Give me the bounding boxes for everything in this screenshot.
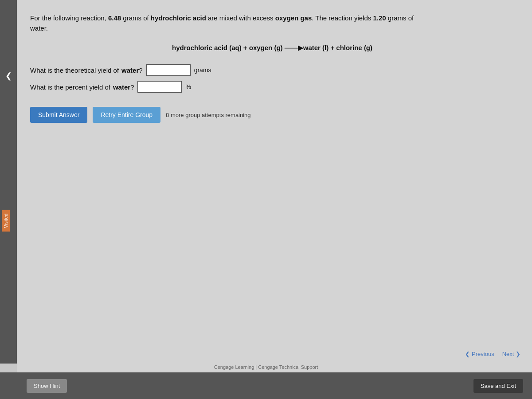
problem-water: water. bbox=[30, 24, 48, 32]
visited-badge: Visited bbox=[2, 210, 10, 232]
footer-links: Cengage Learning | Cengage Technical Sup… bbox=[214, 364, 318, 370]
questions-block: What is the theoretical yield of water ?… bbox=[30, 64, 514, 93]
q2-unit: % bbox=[185, 83, 191, 90]
problem-yield-amount: 1.20 bbox=[373, 14, 386, 22]
problem-intro: For the following reaction, bbox=[30, 14, 108, 22]
q2-bold: water bbox=[113, 83, 130, 91]
q1-unit: grams bbox=[194, 66, 211, 74]
left-sidebar: ❮ bbox=[0, 0, 17, 364]
problem-statement: For the following reaction, 6.48 grams o… bbox=[30, 13, 429, 33]
show-hint-button[interactable]: Show Hint bbox=[27, 379, 67, 393]
main-content: For the following reaction, 6.48 grams o… bbox=[17, 0, 532, 372]
attempts-remaining-text: 8 more group attempts remaining bbox=[166, 112, 250, 118]
problem-reactant1: hydrochloric acid bbox=[151, 14, 206, 22]
q1-suffix: ? bbox=[139, 66, 142, 74]
percent-yield-input[interactable] bbox=[137, 81, 182, 93]
question-2-row: What is the percent yield of water ? % bbox=[30, 81, 514, 93]
problem-amount: 6.48 bbox=[108, 14, 121, 22]
q2-label: What is the percent yield of bbox=[30, 83, 110, 91]
problem-reactant2: oxygen gas bbox=[275, 14, 312, 22]
collapse-chevron[interactable]: ❮ bbox=[5, 71, 12, 81]
chemical-equation: hydrochloric acid (aq) + oxygen (g) ——▶w… bbox=[30, 44, 514, 52]
save-and-exit-button[interactable]: Save and Exit bbox=[473, 379, 523, 393]
question-1-row: What is the theoretical yield of water ?… bbox=[30, 64, 514, 76]
previous-button[interactable]: Previous bbox=[462, 349, 497, 359]
next-button[interactable]: Next bbox=[500, 349, 523, 359]
q1-bold: water bbox=[121, 66, 139, 74]
equation-text: hydrochloric acid (aq) + oxygen (g) ——▶w… bbox=[172, 44, 372, 51]
theoretical-yield-input[interactable] bbox=[146, 64, 191, 76]
prev-next-nav: Previous Next bbox=[462, 349, 523, 359]
q2-suffix: ? bbox=[130, 83, 134, 91]
q1-label: What is the theoretical yield of bbox=[30, 66, 119, 74]
retry-entire-group-button[interactable]: Retry Entire Group bbox=[93, 107, 160, 123]
submit-answer-button[interactable]: Submit Answer bbox=[30, 107, 87, 123]
action-buttons-row: Submit Answer Retry Entire Group 8 more … bbox=[30, 107, 514, 123]
bottom-bar: Show Hint Save and Exit bbox=[0, 372, 532, 399]
